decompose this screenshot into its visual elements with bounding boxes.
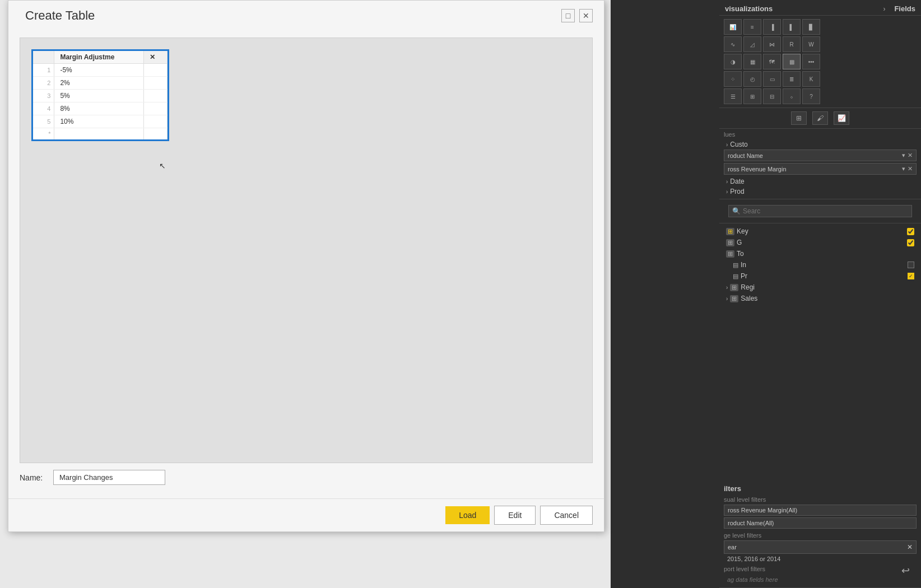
row-value-2[interactable]: 2% (54, 77, 144, 90)
stacked-column-icon[interactable]: ▌ (783, 19, 801, 35)
funnel-icon[interactable]: ⬦ (783, 88, 801, 104)
gross-remove-icon[interactable]: ✕ (908, 165, 913, 172)
bar-chart-icon[interactable]: 📊 (724, 19, 742, 35)
gauge-icon[interactable]: ◴ (743, 71, 761, 87)
row-extra-5 (144, 115, 168, 128)
name-label: Name: (20, 473, 48, 482)
key-label: Key (737, 227, 905, 235)
search-input[interactable] (743, 207, 908, 215)
area-chart-icon[interactable]: ◿ (743, 36, 761, 52)
load-button[interactable]: Load (445, 506, 490, 524)
year-filter-label: ear (728, 544, 737, 550)
table-row: 4 8% (33, 102, 168, 115)
gross-revenue-field-row[interactable]: ross Revenue Margin ▾ ✕ (724, 163, 917, 175)
year-filter-close-icon[interactable]: ✕ (907, 543, 913, 551)
g-group[interactable]: ⊞ G (724, 237, 917, 248)
row-extra-4 (144, 102, 168, 115)
dialog-title-buttons: □ ✕ (561, 9, 593, 22)
fields-tree: ⊞ Key ⊞ G ⊞ To ▤ In ▤ Pr ✓ › ⊞ (719, 223, 921, 482)
treemap-icon[interactable]: ▦ (743, 54, 761, 69)
gross-revenue-label: ross Revenue Margin (728, 166, 787, 172)
cancel-button[interactable]: Cancel (540, 506, 593, 525)
product-group[interactable]: › Prod (724, 186, 917, 197)
table-area: Margin Adjustme ✕ 1 -5% 2 (20, 38, 593, 463)
product-name-filter[interactable]: roduct Name(All) (724, 517, 917, 529)
product-dropdown-icon[interactable]: ▾ (902, 152, 905, 159)
create-table-dialog: Create Table □ ✕ Margin Adjustme ✕ (8, 0, 604, 532)
minimize-button[interactable]: □ (561, 9, 575, 22)
product-remove-icon[interactable]: ✕ (908, 152, 913, 159)
row-value-3[interactable]: 5% (54, 90, 144, 102)
filled-map-icon[interactable]: ▩ (783, 54, 801, 69)
in-checkbox[interactable] (908, 262, 914, 268)
row-value-new[interactable] (54, 128, 144, 140)
filters-title: ilters (724, 484, 917, 493)
row-num-4: 4 (33, 102, 54, 115)
ribbon-icon[interactable]: R (783, 36, 801, 52)
edit-button[interactable]: Edit (494, 506, 536, 525)
analytics-icon[interactable]: 📈 (834, 111, 849, 125)
column-chart-icon[interactable]: ▐ (763, 19, 781, 35)
right-panel: visualizations › Fields 📊 ≡ ▐ ▌ ▊ ∿ ◿ ⋈ … (719, 0, 921, 588)
combo-icon[interactable]: ⋈ (763, 36, 781, 52)
row-value-5[interactable]: 10% (54, 115, 144, 128)
viz-icon-row-5: ☰ ⊞ ⊟ ⬦ ? (724, 88, 917, 104)
matrix-icon[interactable]: ⊟ (763, 88, 781, 104)
search-icon: 🔍 (732, 207, 741, 215)
product-name-field-row[interactable]: roduct Name ▾ ✕ (724, 150, 917, 161)
year-filter-item[interactable]: ear ✕ (724, 540, 917, 554)
gross-revenue-filter[interactable]: ross Revenue Margin(All) (724, 505, 917, 516)
waterfall-icon[interactable]: W (802, 36, 820, 52)
slicer-icon[interactable]: ☰ (724, 88, 742, 104)
line-chart-icon[interactable]: ∿ (724, 36, 742, 52)
pr-checkbox[interactable]: ✓ (908, 273, 914, 279)
viz-expand-arrow[interactable]: › (883, 5, 885, 13)
region-group[interactable]: › ⊞ Regi (724, 282, 917, 293)
map-icon[interactable]: 🗺 (763, 54, 781, 69)
dialog-title-bar: Create Table □ ✕ (8, 1, 604, 29)
column-header[interactable]: Margin Adjustme (54, 51, 144, 64)
kpi-icon[interactable]: K (802, 71, 820, 87)
in-icon: ▤ (733, 262, 738, 269)
key-icon: ⊞ (726, 228, 734, 235)
sales-group[interactable]: › ⊞ Sales (724, 293, 917, 304)
row-extra-3 (144, 90, 168, 102)
values-section: lues › Custo roduct Name ▾ ✕ ross Revenu… (719, 129, 921, 199)
more-icon[interactable]: ••• (802, 54, 820, 69)
fields-icon[interactable]: ⊞ (791, 111, 807, 125)
search-box[interactable]: 🔍 (728, 205, 912, 217)
key-checkbox[interactable] (907, 228, 914, 235)
in-item[interactable]: ▤ In (724, 259, 917, 270)
row-value-1[interactable]: -5% (54, 64, 144, 77)
format-icon[interactable]: 🖌 (812, 111, 828, 125)
to-group[interactable]: ⊞ To (724, 248, 917, 259)
gross-dropdown-icon[interactable]: ▾ (902, 165, 905, 172)
row-value-4[interactable]: 8% (54, 102, 144, 115)
stacked-bar-icon[interactable]: ≡ (743, 19, 761, 35)
region-icon: ⊞ (730, 284, 738, 291)
viz-icon-row-1: 📊 ≡ ▐ ▌ ▊ (724, 19, 917, 35)
card-icon[interactable]: ▭ (763, 71, 781, 87)
name-input[interactable] (53, 470, 165, 485)
back-arrow-icon[interactable]: ↩ (901, 564, 910, 577)
viz-icons-area: 📊 ≡ ▐ ▌ ▊ ∿ ◿ ⋈ R W ◑ ▦ 🗺 ▩ ••• ⁘ ◴ ▭ ≣ (719, 16, 921, 108)
sales-arrow: › (726, 296, 728, 302)
multi-row-card-icon[interactable]: ≣ (783, 71, 801, 87)
dialog-title: Create Table (25, 8, 95, 23)
close-button[interactable]: ✕ (579, 9, 593, 22)
pr-item[interactable]: ▤ Pr ✓ (724, 270, 917, 282)
table-row-new: * (33, 128, 168, 140)
date-group[interactable]: › Date (724, 176, 917, 186)
custom-group[interactable]: › Custo (724, 139, 917, 150)
100pct-icon[interactable]: ▊ (802, 19, 820, 35)
table-row: 2 2% (33, 77, 168, 90)
scatter-icon[interactable]: ⁘ (724, 71, 742, 87)
table-row: 5 10% (33, 115, 168, 128)
pie-chart-icon[interactable]: ◑ (724, 54, 742, 69)
row-extra-new (144, 128, 168, 140)
g-checkbox[interactable] (907, 239, 914, 246)
key-group[interactable]: ⊞ Key (724, 226, 917, 237)
qna-icon[interactable]: ? (802, 88, 820, 104)
table-viz-icon[interactable]: ⊞ (743, 88, 761, 104)
table-row: 3 5% (33, 90, 168, 102)
